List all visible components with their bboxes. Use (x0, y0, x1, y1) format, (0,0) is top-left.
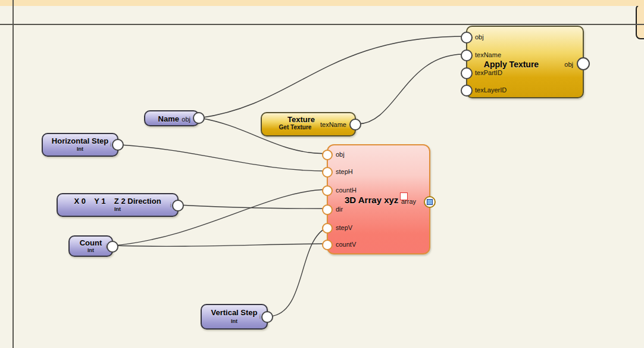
node-vertical-step[interactable]: Vertical Step Int i (201, 304, 268, 330)
output-port-texname[interactable] (349, 119, 361, 130)
node-subtitle: Int (43, 146, 117, 152)
input-label-obj: obj (475, 33, 484, 41)
output-port-i[interactable] (112, 139, 124, 151)
output-port-obj[interactable] (193, 112, 205, 124)
input-port-stepv[interactable] (322, 223, 333, 234)
node-title: X 0 Y 1 Z 2 Direction (58, 197, 177, 206)
node-horizontal-step[interactable]: Horizontal Step Int i (42, 133, 118, 157)
input-port-steph[interactable] (322, 167, 333, 178)
input-label-texlayerid: texLayerID (475, 86, 507, 94)
output-label-obj: obj (564, 61, 573, 68)
input-port-texname[interactable] (461, 49, 473, 61)
output-label-i: i (260, 313, 261, 320)
output-port-array[interactable] (424, 196, 436, 208)
input-label-dir: dir (336, 206, 343, 213)
output-label-texname: texName (320, 121, 346, 128)
node-subtitle: Int (202, 318, 267, 324)
node-name[interactable]: Name obj (144, 110, 199, 126)
output-label-i: i (170, 202, 171, 209)
node-direction[interactable]: X 0 Y 1 Z 2 Direction Int i (57, 193, 179, 217)
node-title: 3D Array xyz (345, 195, 398, 205)
node-subtitle: Int (58, 206, 177, 212)
node-editor-canvas[interactable]: Name obj Horizontal Step Int i X 0 Y 1 Z… (0, 0, 644, 348)
input-label-obj: obj (336, 151, 345, 158)
node-apply-texture[interactable]: Apply Texture obj texName texPartID texL… (466, 26, 584, 98)
wire-texture-to-applytexture-texname[interactable] (358, 54, 463, 124)
node-title: Name (158, 114, 179, 123)
input-port-counth[interactable] (322, 185, 333, 196)
wire-horizontalstep-to-array3d-steph[interactable] (120, 145, 327, 171)
input-port-obj[interactable] (461, 32, 473, 44)
output-port-i[interactable] (172, 200, 184, 212)
wire-verticalstep-to-array3d-stepv[interactable] (270, 228, 327, 316)
input-port-texpartid[interactable] (461, 67, 473, 79)
array-type-icon (427, 199, 433, 205)
input-label-stepv: stepV (336, 224, 352, 231)
node-subtitle: Get Texture (262, 124, 329, 130)
output-label-i: i (110, 141, 111, 148)
node-3d-array-xyz[interactable]: 3D Array xyz obj stepH countH dir stepV … (327, 144, 430, 254)
node-title: Vertical Step (202, 308, 267, 317)
output-port-obj[interactable] (577, 57, 590, 70)
input-port-dir[interactable] (322, 204, 333, 215)
input-label-counth: countH (336, 187, 357, 194)
node-count[interactable]: Count Int i (68, 235, 113, 257)
node-title: Horizontal Step (43, 136, 117, 145)
input-label-steph: stepH (336, 168, 353, 175)
output-port-i[interactable] (107, 241, 118, 253)
wire-name-to-applytexture-obj[interactable] (200, 36, 463, 118)
wire-count-to-array3d-countv[interactable] (114, 244, 327, 246)
input-label-texpartid: texPartID (475, 69, 502, 76)
selection-handle[interactable] (400, 192, 408, 200)
output-port-i[interactable] (261, 311, 273, 323)
node-texture[interactable]: Texture Get Texture texName (261, 112, 356, 136)
input-port-obj[interactable] (322, 150, 333, 160)
input-label-texname: texName (475, 51, 501, 58)
node-title: Apply Texture (467, 60, 555, 69)
input-port-countv[interactable] (322, 240, 333, 250)
input-port-texlayerid[interactable] (461, 85, 473, 97)
output-label-obj: obj (182, 116, 190, 123)
input-label-countv: countV (336, 241, 356, 248)
